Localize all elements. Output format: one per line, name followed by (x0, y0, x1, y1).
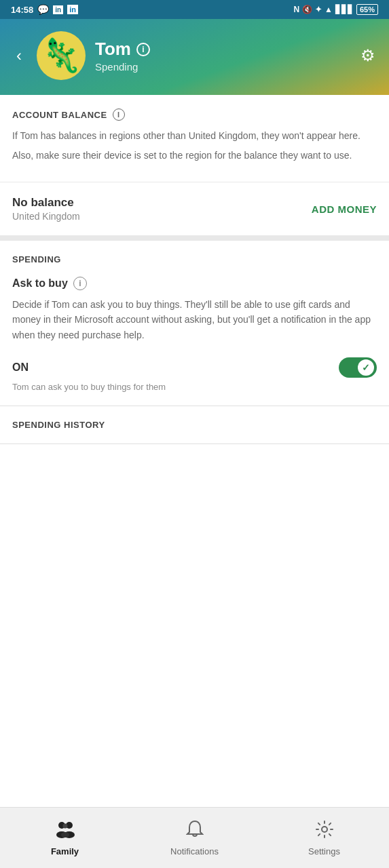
status-time: 14:58 (11, 5, 33, 15)
main-content: ACCOUNT BALANCE i If Tom has balances in… (0, 95, 389, 807)
ask-to-buy-description: Decide if Tom can ask you to buy things.… (12, 297, 377, 342)
linkedin-icon: in (67, 5, 78, 14)
ask-to-buy-title: Ask to buy i (12, 277, 377, 290)
content-spacer (0, 444, 389, 465)
user-info-icon[interactable]: i (136, 43, 150, 56)
toggle-row: ON ✓ (12, 357, 377, 378)
status-bar: 14:58 💬 in in N 🔇 ✦ ▲ ▋▋▋ 65% (0, 0, 389, 19)
toggle-subtext: Tom can ask you to buy things for them (12, 382, 377, 392)
nav-settings-label: Settings (308, 846, 340, 856)
settings-icon[interactable]: ⚙ (358, 43, 378, 68)
toggle-check-icon: ✓ (362, 362, 370, 373)
toggle-knob: ✓ (358, 359, 374, 376)
user-name-row: Tom i (95, 39, 348, 60)
user-name: Tom (95, 39, 131, 60)
family-icon (55, 820, 75, 844)
account-balance-desc1: If Tom has balances in regions other tha… (12, 129, 377, 143)
gear-nav-icon (315, 820, 334, 844)
mute-icon: 🔇 (302, 5, 312, 14)
balance-region: United Kingdom (12, 211, 80, 222)
toggle-label: ON (12, 361, 29, 374)
add-money-button[interactable]: ADD MONEY (312, 203, 377, 215)
back-button[interactable]: ‹ (11, 43, 27, 68)
wifi-icon: ▲ (325, 5, 333, 14)
avatar-image: 🦎 (41, 37, 81, 75)
account-balance-desc2: Also, make sure their device is set to t… (12, 149, 377, 163)
spending-section: SPENDING Ask to buy i Decide if Tom can … (0, 241, 389, 406)
ask-to-buy-toggle[interactable]: ✓ (339, 357, 377, 378)
svg-point-2 (62, 823, 67, 828)
ask-to-buy-info-icon[interactable]: i (73, 277, 87, 290)
svg-point-6 (322, 827, 327, 832)
bottom-nav: Family Notifications Settings (0, 807, 389, 868)
signal-icon: ▋▋▋ (335, 5, 354, 14)
svg-point-5 (61, 832, 69, 837)
bluetooth-icon: ✦ (315, 5, 322, 14)
spending-history-title: SPENDING HISTORY (12, 420, 377, 430)
sim-icon: in (53, 5, 63, 14)
balance-row: No balance United Kingdom ADD MONEY (0, 182, 389, 241)
nfc-icon: N (293, 5, 299, 14)
user-subtitle: Spending (95, 61, 348, 73)
header: ‹ 🦎 Tom i Spending ⚙ (0, 19, 389, 95)
balance-label: No balance (12, 196, 80, 210)
spending-title: SPENDING (12, 254, 377, 264)
spending-history-section: SPENDING HISTORY (0, 406, 389, 444)
avatar: 🦎 (37, 31, 86, 80)
nav-family-label: Family (51, 846, 79, 856)
nav-settings[interactable]: Settings (259, 808, 389, 868)
battery-icon: 65% (356, 4, 378, 15)
header-info: Tom i Spending (95, 39, 348, 73)
nav-notifications-label: Notifications (170, 846, 219, 856)
account-balance-title: ACCOUNT BALANCE i (12, 108, 377, 121)
bell-icon (186, 820, 204, 844)
message-icon: 💬 (37, 4, 49, 15)
account-balance-info-icon[interactable]: i (113, 108, 125, 121)
nav-notifications[interactable]: Notifications (130, 808, 259, 868)
nav-family[interactable]: Family (0, 808, 130, 868)
balance-info: No balance United Kingdom (12, 196, 80, 222)
account-balance-section: ACCOUNT BALANCE i If Tom has balances in… (0, 95, 389, 182)
